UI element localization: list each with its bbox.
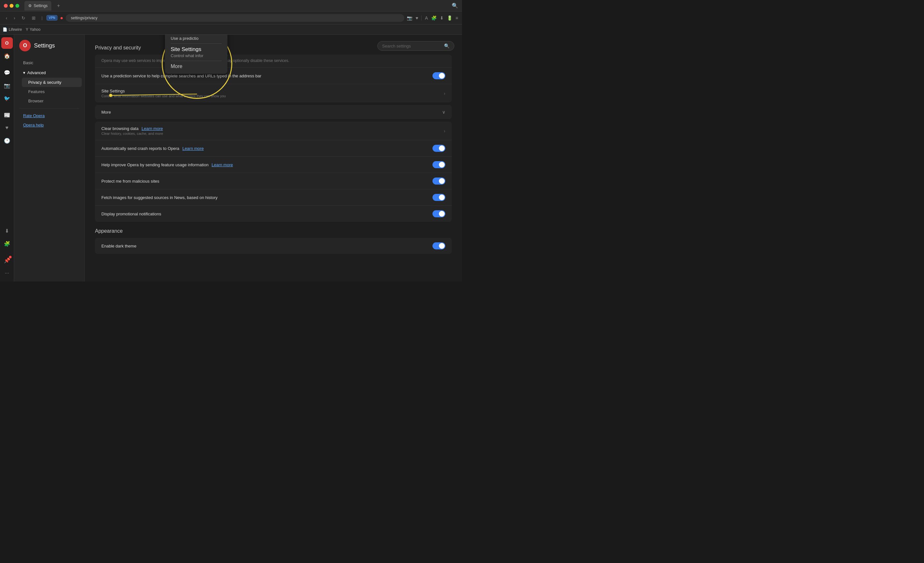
malicious-sites-toggle[interactable] — [432, 177, 446, 185]
nav-advanced-header[interactable]: ▾ Advanced — [16, 68, 82, 78]
maximize-button[interactable] — [15, 4, 19, 8]
more-settings-card: More ∨ — [95, 105, 452, 119]
clear-browsing-sublabel: Clear history, cookies, cache, and more — [101, 132, 444, 135]
fetch-images-label: Fetch images for suggested sources in Ne… — [101, 195, 432, 200]
site-settings-row[interactable]: Site Settings Control what information w… — [95, 84, 452, 102]
clear-browsing-learn-more[interactable]: Learn more — [141, 126, 163, 131]
download-icon[interactable]: ⬇ — [440, 15, 444, 21]
dark-theme-row: Enable dark theme — [95, 238, 452, 254]
privacy-description: Opera may use web services to improve yo… — [95, 54, 452, 68]
appearance-settings-card: Enable dark theme — [95, 238, 452, 254]
heart-icon[interactable]: ♥ — [416, 15, 418, 21]
main-layout: O 🏠 💬 📷 🐦 📰 ♥ 🕐 ⬇ 🧩 📌 ··· O Settings Bas… — [0, 35, 462, 281]
malicious-sites-text: Protect me from malicious sites — [101, 179, 432, 183]
malicious-sites-label: Protect me from malicious sites — [101, 179, 432, 183]
annotation-popup-prediction: Use a predictio — [171, 36, 222, 44]
url-bar[interactable]: settings/privacy — [66, 14, 404, 22]
camera-icon[interactable]: 📷 — [407, 15, 412, 21]
extension-puzzle-icon[interactable]: 🧩 — [431, 15, 436, 21]
sidebar-item-pinned[interactable]: 📌 — [1, 255, 13, 266]
dark-theme-label: Enable dark theme — [101, 244, 432, 248]
prediction-setting-row: Use a prediction service to help complet… — [95, 68, 452, 84]
crash-reports-row: Automatically send crash reports to Oper… — [95, 140, 452, 157]
sidebar-item-more[interactable]: ··· — [1, 267, 13, 279]
nav-opera-help[interactable]: Opera help — [16, 120, 82, 130]
settings-nav: O Settings Basic ▾ Advanced Privacy & se… — [14, 35, 85, 281]
promotional-toggle[interactable] — [432, 210, 446, 217]
more-row[interactable]: More ∨ — [95, 105, 452, 119]
new-tab-button[interactable]: + — [54, 1, 63, 10]
bookmark-lifewire[interactable]: 📄 Lifewire — [3, 27, 22, 32]
sidebar-item-feed[interactable]: 📰 — [1, 109, 13, 121]
settings-tab-label: Settings — [34, 3, 48, 8]
back-button[interactable]: ‹ — [4, 14, 9, 22]
crash-reports-text: Automatically send crash reports to Oper… — [101, 146, 432, 151]
nav-privacy-security[interactable]: Privacy & security — [22, 78, 82, 87]
site-settings-sublabel: Control what information websites can us… — [101, 94, 444, 98]
sidebar-item-clock[interactable]: 🕐 — [1, 135, 13, 146]
sidebar-item-settings[interactable]: O — [1, 37, 13, 49]
bookmarks-bar: 📄 Lifewire Y Yahoo — [0, 24, 462, 35]
yahoo-icon: Y — [26, 27, 28, 32]
search-input[interactable] — [382, 44, 441, 48]
clear-browsing-text: Clear browsing data Learn more Clear his… — [101, 126, 444, 135]
sidebar-item-extensions[interactable]: 🧩 — [1, 238, 13, 249]
sidebar-item-messenger[interactable]: 💬 — [1, 67, 13, 78]
feature-usage-toggle[interactable] — [432, 161, 446, 168]
nav-features[interactable]: Features — [22, 87, 82, 96]
main-content: 🔍 Privacy and security Opera may use web… — [85, 35, 462, 281]
prediction-toggle[interactable] — [432, 72, 446, 79]
minimize-button[interactable] — [10, 4, 14, 8]
bookmark-yahoo[interactable]: Y Yahoo — [26, 27, 40, 32]
opera-icon: ● — [60, 15, 63, 21]
badge-dot — [9, 256, 12, 258]
feature-usage-text: Help improve Opera by sending feature us… — [101, 162, 432, 167]
feature-usage-label: Help improve Opera by sending feature us… — [101, 162, 432, 167]
reload-button[interactable]: ↻ — [20, 14, 27, 22]
forward-button[interactable]: › — [12, 14, 17, 22]
sidebar-item-home[interactable]: 🏠 — [1, 50, 13, 62]
grid-button[interactable]: ⊞ — [30, 14, 38, 22]
clear-browsing-row[interactable]: Clear browsing data Learn more Clear his… — [95, 122, 452, 140]
crash-reports-label: Automatically send crash reports to Oper… — [101, 146, 432, 151]
fetch-images-toggle[interactable] — [432, 194, 446, 201]
privacy-settings-card: Opera may use web services to improve yo… — [95, 54, 452, 102]
hamburger-icon[interactable]: ≡ — [456, 15, 458, 21]
nav-right-icons: 📷 ♥ A 🧩 ⬇ 🔋 ≡ — [407, 15, 458, 21]
promotional-label: Display promotional notifications — [101, 212, 432, 216]
fetch-images-text: Fetch images for suggested sources in Ne… — [101, 195, 432, 200]
prediction-setting-text: Use a prediction service to help complet… — [101, 74, 432, 78]
dark-theme-toggle[interactable] — [432, 242, 446, 249]
search-bar-container: 🔍 — [377, 41, 454, 51]
settings-tab-icon: ⚙ — [28, 3, 32, 8]
crash-reports-toggle[interactable] — [432, 145, 446, 152]
nav-basic[interactable]: Basic — [16, 58, 82, 68]
search-icon[interactable]: 🔍 — [452, 3, 458, 9]
crash-reports-learn-more[interactable]: Learn more — [182, 146, 203, 151]
nav-advanced-label: Advanced — [27, 70, 46, 75]
prediction-label: Use a prediction service to help complet… — [101, 74, 432, 78]
settings-logo-area: O Settings — [14, 40, 84, 58]
close-button[interactable] — [4, 4, 8, 8]
site-settings-text: Site Settings Control what information w… — [101, 89, 444, 98]
more-label: More — [101, 110, 442, 115]
extensions-icon[interactable]: A — [425, 15, 428, 21]
title-bar: ⚙ Settings + 🔍 — [0, 0, 462, 12]
vpn-badge[interactable]: VPN — [46, 15, 58, 21]
sidebar-item-twitter[interactable]: 🐦 — [1, 92, 13, 104]
search-icon: 🔍 — [444, 44, 450, 48]
promotional-text: Display promotional notifications — [101, 212, 432, 216]
nav-rate-opera[interactable]: Rate Opera — [16, 111, 82, 120]
nav-browser[interactable]: Browser — [22, 96, 82, 106]
sidebar-item-download[interactable]: ⬇ — [1, 225, 13, 237]
feature-usage-learn-more[interactable]: Learn more — [212, 162, 232, 167]
yahoo-label: Yahoo — [30, 27, 40, 32]
dark-theme-text: Enable dark theme — [101, 244, 432, 248]
battery-icon[interactable]: 🔋 — [447, 15, 452, 21]
more-chevron: ∨ — [442, 110, 446, 115]
sidebar-item-instagram[interactable]: 📷 — [1, 80, 13, 91]
opera-logo: O — [19, 40, 31, 51]
sidebar-item-heart[interactable]: ♥ — [1, 122, 13, 134]
search-bar: 🔍 — [377, 41, 454, 51]
settings-tab[interactable]: ⚙ Settings — [24, 1, 51, 11]
